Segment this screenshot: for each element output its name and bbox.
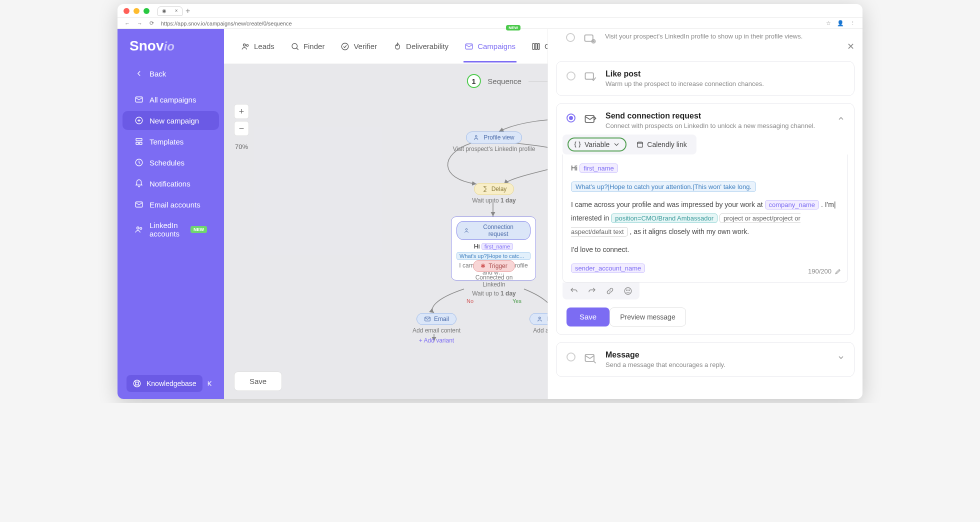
preview-message-button[interactable]: Preview message: [610, 308, 686, 326]
new-badge: NEW: [506, 25, 520, 30]
svg-rect-27: [586, 73, 594, 80]
nav-back-icon[interactable]: ←: [124, 20, 130, 26]
nav-forward-icon[interactable]: →: [137, 20, 142, 26]
sidebar-item-templates[interactable]: Templates: [122, 132, 219, 151]
browser-tab[interactable]: ◉ ×: [158, 6, 182, 16]
chevron-up-icon[interactable]: [837, 114, 845, 122]
panel-save-button[interactable]: Save: [566, 308, 610, 326]
option-subtitle: Visit your prospect's LinkedIn profile t…: [605, 32, 844, 40]
calendar-icon: [636, 140, 644, 148]
sidebar-item-label: Templates: [150, 138, 184, 146]
editor-toolbar-top: Variable Calendly link: [562, 134, 696, 154]
nav-reload-icon[interactable]: ⟳: [150, 20, 154, 26]
collapse-sidebar-icon[interactable]: [206, 379, 215, 388]
user-icon[interactable]: 👤: [837, 20, 844, 26]
zoom-in-button[interactable]: +: [234, 104, 249, 119]
main-area: Leads Finder Verifier Deliverability Cam…: [224, 29, 862, 399]
chevron-down-icon: [612, 140, 620, 148]
topnav-campaigns[interactable]: Campaigns NEW: [464, 31, 516, 62]
url-text[interactable]: https://app.snov.io/campaigns/new/create…: [161, 20, 819, 26]
variable-dropdown[interactable]: Variable: [568, 138, 626, 152]
topnav-deliverability[interactable]: Deliverability: [392, 31, 450, 62]
option-title: Message: [606, 350, 844, 360]
radio-visit[interactable]: [566, 33, 575, 42]
redo-icon[interactable]: [588, 286, 596, 296]
step-1-label: Sequence: [488, 77, 522, 86]
radio-connection[interactable]: [566, 114, 576, 122]
svg-rect-4: [140, 142, 142, 145]
emoji-icon[interactable]: [624, 286, 632, 296]
text: Hi: [474, 243, 482, 250]
radio-like[interactable]: [566, 72, 576, 80]
node-trigger[interactable]: ✱Trigger Connected on LinkedIn Wait up t…: [466, 260, 522, 304]
undo-icon[interactable]: [570, 286, 578, 296]
link-icon[interactable]: [606, 286, 614, 296]
variable-sender[interactable]: sender_account_name: [571, 264, 645, 273]
option-subtitle: Send a message that encourages a reply.: [606, 361, 844, 368]
sidebar-item-label: Notifications: [150, 180, 190, 188]
topnav-verifier[interactable]: Verifier: [340, 31, 378, 62]
topnav-finder[interactable]: Finder: [290, 31, 326, 62]
star-icon[interactable]: ☆: [826, 20, 831, 26]
svg-rect-16: [532, 44, 534, 50]
panel-option-message[interactable]: Message Send a message that encourages a…: [556, 342, 854, 377]
sidebar-item-email-accounts[interactable]: Email accounts: [122, 195, 219, 214]
spintax-block[interactable]: What's up?|Hope to catch your attention.…: [571, 182, 756, 192]
canvas-save-button[interactable]: Save: [234, 372, 282, 391]
message-icon: [584, 352, 598, 366]
logo: Snovio: [118, 29, 224, 63]
node-subtitle-bold: 1 day: [500, 197, 516, 204]
panel-option-visit[interactable]: Visit your prospect's LinkedIn profile t…: [556, 31, 854, 54]
mac-close-icon[interactable]: [124, 8, 130, 14]
calendly-link-button[interactable]: Calendly link: [632, 138, 691, 151]
topnav-leads[interactable]: Leads: [240, 31, 276, 62]
message-editor[interactable]: Hi first_name What's up?|Hope to catch y…: [562, 154, 848, 282]
like-post-icon: [584, 70, 598, 84]
sidebar-item-notifications[interactable]: Notifications: [122, 174, 219, 193]
mac-zoom-icon[interactable]: [144, 8, 150, 14]
node-title: Delay: [492, 186, 507, 192]
sidebar-item-all-campaigns[interactable]: All campaigns: [122, 90, 219, 109]
variable-company-name[interactable]: company_name: [765, 200, 820, 210]
flame-icon: [393, 42, 402, 51]
node-profile-view[interactable]: Profile view Visit prospect's LinkedIn p…: [449, 132, 539, 152]
conditional-chip[interactable]: position=CMO/Brand Ambassador: [611, 214, 718, 223]
sidebar: Snovio Back All campaigns New campaign T…: [118, 29, 224, 399]
topnav-label: Finder: [304, 42, 325, 50]
step-1-number[interactable]: 1: [466, 74, 480, 88]
node-subtitle: Add email content: [404, 327, 469, 334]
sidebar-back[interactable]: Back: [122, 64, 219, 83]
url-bar: ← → ⟳ https://app.snov.io/campaigns/new/…: [118, 18, 862, 29]
svg-rect-18: [538, 44, 540, 50]
text: . I'm: [821, 200, 834, 208]
zoom-percent: 70%: [235, 143, 248, 150]
panel-option-like-post[interactable]: Like post Warm up the prospect to increa…: [556, 61, 854, 96]
sidebar-item-label: New campaign: [150, 116, 199, 125]
svg-point-7: [137, 227, 140, 230]
node-title: Profile view: [484, 134, 514, 141]
node-email[interactable]: Email Add email content + Add variant: [404, 313, 469, 344]
svg-point-31: [626, 290, 628, 290]
bell-icon: [134, 179, 144, 188]
new-tab-button[interactable]: +: [186, 6, 190, 16]
pencil-icon[interactable]: [834, 268, 842, 275]
users-icon: [474, 134, 480, 141]
node-delay[interactable]: Delay Wait up to 1 day: [469, 183, 519, 204]
variable-first-name[interactable]: first_name: [580, 164, 618, 173]
mac-minimize-icon[interactable]: [134, 8, 140, 14]
template-icon: [134, 137, 144, 146]
menu-icon[interactable]: ⋮: [850, 20, 856, 26]
chevron-down-icon[interactable]: [837, 354, 845, 362]
sidebar-item-new-campaign[interactable]: New campaign: [122, 111, 219, 130]
tab-close-icon[interactable]: ×: [175, 8, 178, 14]
radio-message[interactable]: [566, 352, 576, 362]
sidebar-item-label: Email accounts: [150, 200, 200, 209]
add-variant-button[interactable]: + Add variant: [404, 337, 469, 344]
zoom-out-button[interactable]: −: [234, 121, 249, 136]
sidebar-knowledgebase[interactable]: Knowledgebase: [126, 375, 202, 392]
text-cursor: |: [834, 200, 836, 208]
eye-mail-icon: [583, 32, 597, 46]
svg-rect-29: [638, 142, 643, 147]
sidebar-item-schedules[interactable]: Schedules: [122, 153, 219, 172]
sidebar-item-linkedin-accounts[interactable]: LinkedIn accounts NEW: [122, 216, 219, 243]
